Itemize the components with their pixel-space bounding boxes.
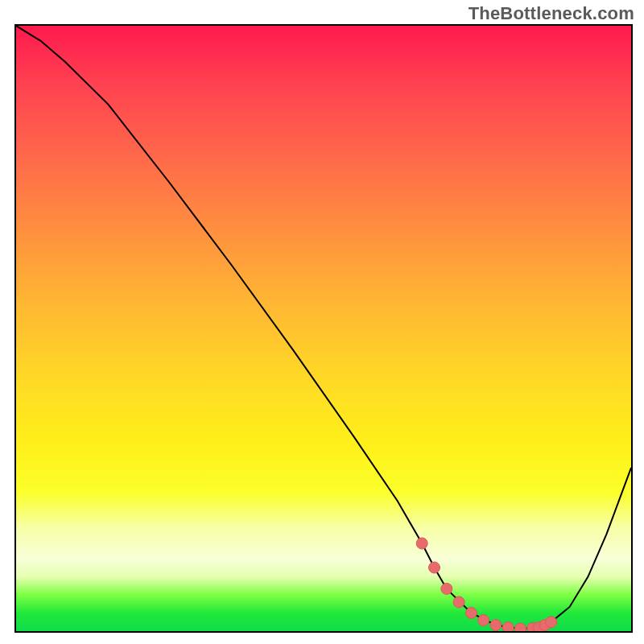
marker-dot — [478, 615, 489, 626]
chart-frame: TheBottleneck.com — [0, 0, 644, 644]
marker-dot — [546, 617, 557, 628]
watermark-text: TheBottleneck.com — [469, 3, 634, 24]
marker-dot — [465, 607, 477, 618]
marker-dot — [502, 622, 514, 632]
marker-dot — [416, 538, 427, 549]
curve-layer — [16, 26, 631, 631]
marker-dot — [453, 597, 464, 608]
marker-dot — [429, 562, 440, 573]
marker-dot — [441, 583, 452, 594]
marker-dot — [515, 623, 526, 631]
bottleneck-curve — [16, 26, 631, 629]
plot-area — [14, 24, 633, 633]
marker-dot — [490, 620, 502, 631]
marker-group — [416, 538, 557, 631]
